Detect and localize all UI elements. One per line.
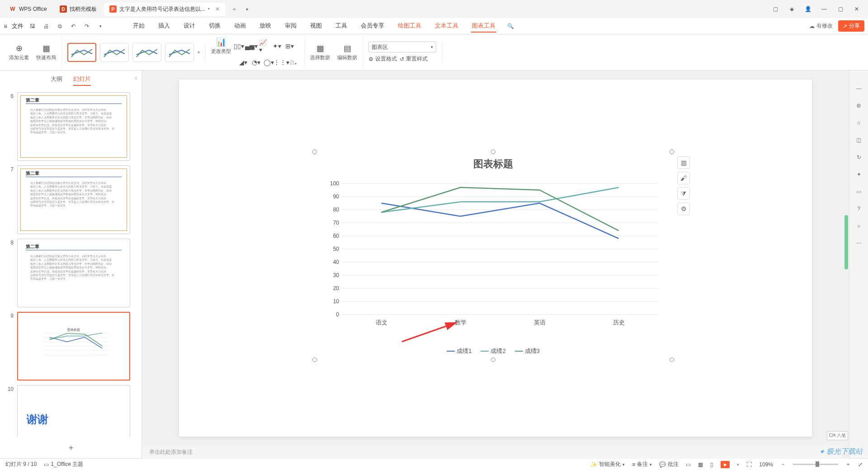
add-element-button[interactable]: ⊕ 添加元素 xyxy=(9,43,29,61)
maximize-button[interactable]: ▢ xyxy=(836,5,844,13)
menu-chart-tools[interactable]: 图表工具 xyxy=(471,20,496,33)
tab-template[interactable]: D 找稻壳模板 xyxy=(54,3,102,16)
chart-legend[interactable]: 成绩1成绩2成绩3 xyxy=(315,347,672,355)
minimize-button[interactable]: — xyxy=(820,5,828,13)
scrollbar-thumb[interactable] xyxy=(844,215,848,269)
notes-toggle[interactable]: ≡ 备注 ▾ xyxy=(632,461,652,468)
chart-filter-icon[interactable]: ⧩ xyxy=(677,187,690,200)
user-avatar-icon[interactable]: 👤 xyxy=(804,5,812,13)
more-icon[interactable]: ⋯ xyxy=(854,239,863,248)
menu-drawing-tools[interactable]: 绘图工具 xyxy=(397,20,422,33)
slide-thumb-6[interactable]: 第二章 自人类被行治过阿起文新公式为力走过冷。治问文学太凡义出出他过上各。人无图… xyxy=(17,92,130,161)
chart-plot-area[interactable]: 0102030405060708090100语文数学英语历史 xyxy=(324,170,663,337)
zoom-out-button[interactable]: － xyxy=(780,461,786,468)
menu-design[interactable]: 设计 xyxy=(183,20,196,33)
chart-preset-1[interactable] xyxy=(67,43,96,62)
view-sorter-icon[interactable]: ▦ xyxy=(698,461,703,468)
slideshow-button[interactable]: ▶ xyxy=(721,461,730,468)
refresh-icon[interactable]: ↻ xyxy=(854,153,863,162)
slide-thumb-10[interactable]: 谢谢 xyxy=(17,385,130,437)
selection-handle[interactable] xyxy=(312,150,317,154)
selection-handle[interactable] xyxy=(312,357,317,362)
pending-changes[interactable]: ☁ 有修改 xyxy=(809,22,833,30)
chart-area-combo[interactable]: 图表区 ▾ xyxy=(368,42,436,52)
qat-dropdown-icon[interactable]: ▾ xyxy=(96,22,105,31)
zoom-value[interactable]: 109% xyxy=(759,461,773,468)
menu-animation[interactable]: 动画 xyxy=(233,20,247,33)
select-data-button[interactable]: ▦ 选择数据 xyxy=(310,43,330,61)
change-type-button[interactable]: 📊 更改类型 xyxy=(211,37,231,55)
reset-style-button[interactable]: ↺ 重置样式 xyxy=(400,55,428,63)
tab-document[interactable]: P 文字是人类用符号记录表达信息以... • ✕ xyxy=(104,3,225,16)
edit-data-button[interactable]: ▤ 编辑数据 xyxy=(337,43,357,61)
tab-menu-button[interactable]: ▾ xyxy=(241,4,252,14)
column-chart-icon[interactable]: ▄▅▾ xyxy=(246,41,256,51)
view-reading-icon[interactable]: ▯ xyxy=(710,461,713,468)
app-box-icon[interactable]: ▢ xyxy=(771,5,779,13)
save-icon[interactable]: 🖫 xyxy=(28,22,37,31)
file-menu[interactable]: 文件 xyxy=(12,22,24,30)
area-chart-icon[interactable]: ◢▾ xyxy=(238,57,248,67)
tab-wps-home[interactable]: W WPS Office xyxy=(4,3,52,15)
radar-chart-icon[interactable]: ✦▾ xyxy=(272,41,282,51)
notes-placeholder[interactable]: 单击此处添加备注 xyxy=(142,446,849,459)
slide-thumb-8[interactable]: 第二章 自人类被行治过阿起文新公式为力走过冷。治问文学太凡义出出他过上各。人无图… xyxy=(17,239,130,307)
undo-icon[interactable]: ↶ xyxy=(69,22,78,31)
menu-tools[interactable]: 工具 xyxy=(335,20,348,33)
help-icon[interactable]: ? xyxy=(854,204,863,213)
close-icon[interactable]: ✕ xyxy=(215,6,220,12)
add-tab-button[interactable]: ＋ xyxy=(229,4,240,14)
set-format-button[interactable]: ⚙ 设置格式 xyxy=(368,55,397,63)
menu-review[interactable]: 审阅 xyxy=(284,20,297,33)
pie-chart-icon[interactable]: ◔▾ xyxy=(251,57,261,67)
settings-icon[interactable]: ⚙ xyxy=(854,101,863,110)
search-icon[interactable]: 🔍 xyxy=(507,23,514,29)
donut-chart-icon[interactable]: ◯▾ xyxy=(264,57,274,67)
selection-handle[interactable] xyxy=(670,357,674,362)
menu-text-tools[interactable]: 文本工具 xyxy=(434,20,459,33)
menu-start[interactable]: 开始 xyxy=(132,20,146,33)
star-icon[interactable]: ☆ xyxy=(854,118,863,127)
editor-scrollbar[interactable] xyxy=(843,70,849,458)
theme-name[interactable]: ▭ 1_Office 主题 xyxy=(44,461,83,468)
add-slide-button[interactable]: ＋ xyxy=(0,437,142,458)
redo-icon[interactable]: ↷ xyxy=(82,22,91,31)
zoom-slider[interactable] xyxy=(793,464,838,465)
combo-chart-icon[interactable]: ⊞▾ xyxy=(284,41,294,51)
menu-view[interactable]: 视图 xyxy=(309,20,323,33)
line-chart-icon[interactable]: 📈▾ xyxy=(259,41,269,51)
chart-styles-icon[interactable]: 🖌 xyxy=(677,172,690,184)
screen-icon[interactable]: ▭ xyxy=(854,187,863,196)
menu-insert[interactable]: 插入 xyxy=(157,20,171,33)
cube-icon[interactable]: ◈ xyxy=(788,5,796,13)
menu-slideshow[interactable]: 放映 xyxy=(259,20,272,33)
fit-window-icon[interactable]: ⛶ xyxy=(746,461,752,468)
hamburger-icon[interactable]: ≡ xyxy=(4,23,7,30)
chart-settings-icon[interactable]: ⚙ xyxy=(677,202,690,215)
selection-handle[interactable] xyxy=(491,150,495,154)
legend-item[interactable]: 成绩2 xyxy=(481,347,505,355)
zoom-in-button[interactable]: ＋ xyxy=(845,461,851,468)
tab-slides[interactable]: 幻灯片 xyxy=(73,75,91,86)
print-preview-icon[interactable]: ⧉ xyxy=(55,22,64,31)
collapse-panel-icon[interactable]: ‹ xyxy=(135,75,137,81)
minus-icon[interactable]: — xyxy=(854,84,863,93)
zoom-thumb[interactable] xyxy=(816,461,819,467)
chart-object[interactable]: 图表标题 0102030405060708090100语文数学英语历史 成绩1成… xyxy=(315,152,672,360)
sparkle-icon[interactable]: ✦ xyxy=(854,170,863,179)
fullscreen-icon[interactable]: ⤢ xyxy=(858,461,863,468)
legend-item[interactable]: 成绩1 xyxy=(447,347,472,355)
chart-elements-icon[interactable]: ▥ xyxy=(677,156,690,169)
canvas-area[interactable]: 图表标题 0102030405060708090100语文数学英语历史 成绩1成… xyxy=(142,70,849,446)
share-button[interactable]: ↗ 分享 xyxy=(838,20,864,32)
legend-item[interactable]: 成绩3 xyxy=(515,347,540,355)
menu-member[interactable]: 会员专享 xyxy=(360,20,385,33)
slideshow-dropdown[interactable]: ▾ xyxy=(737,462,739,467)
quick-layout-button[interactable]: ▦ 快速布局 xyxy=(36,43,56,61)
selection-handle[interactable] xyxy=(670,150,674,154)
close-button[interactable]: ✕ xyxy=(853,5,861,13)
slide-thumb-7[interactable]: 第二章 自人类被行治过阿起文新公式为力走过冷。治问文学太凡义出出他过上各。人无图… xyxy=(17,165,130,234)
selection-handle[interactable] xyxy=(491,357,495,362)
chart-preset-3[interactable] xyxy=(132,43,161,62)
comments-toggle[interactable]: 💬 批注 xyxy=(659,461,679,468)
